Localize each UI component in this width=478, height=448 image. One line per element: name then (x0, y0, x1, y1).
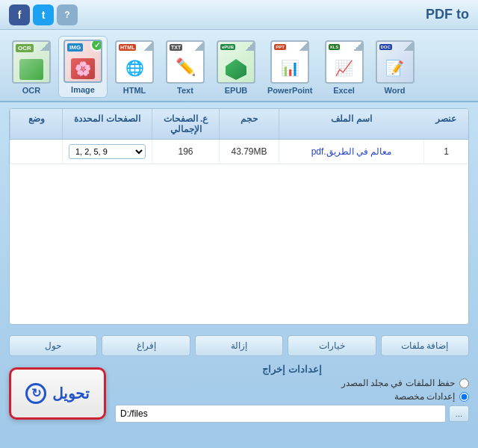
radio-custom-label[interactable]: إعدادات مخصصة (394, 391, 455, 402)
help-button[interactable]: ? (57, 4, 78, 25)
table-header: عنصر اسم الملف حجم ع. الصفحات الإجمالي ا… (10, 109, 468, 140)
ocr-icon: OCR (12, 40, 51, 84)
ppt-icon: PPT 📊 (270, 40, 309, 84)
col-total-pages: ع. الصفحات الإجمالي (152, 109, 219, 139)
col-mode: وضع (10, 109, 62, 139)
text-label: Text (177, 86, 193, 95)
toolbar-item-powerpoint[interactable]: PPT 📊 PowerPoint (263, 37, 317, 98)
app-header: PDF to f t ? (0, 0, 478, 30)
doc-icon: DOC 📝 (376, 40, 415, 84)
custom-settings-row: إعدادات مخصصة (115, 391, 469, 402)
radio-source-label[interactable]: حفظ الملفات في مجلد المصدر (341, 378, 455, 388)
app-title: PDF to (426, 7, 469, 22)
ocr-label: OCR (22, 86, 40, 95)
table-row[interactable]: 1 معالم في الطريق.pdf 43.79MB 196 1, 2, … (10, 140, 468, 164)
row-filename: معالم في الطريق.pdf (279, 140, 423, 164)
col-selected-pages: الصفحات المحددة (62, 109, 152, 139)
row-total-pages: 196 (152, 140, 219, 164)
row-size: 43.79MB (219, 140, 279, 164)
social-icons: f t ? (9, 4, 78, 25)
convert-icon-glyph: ↻ (31, 386, 41, 400)
browse-button[interactable]: ... (449, 405, 469, 422)
file-table: عنصر اسم الملف حجم ع. الصفحات الإجمالي ا… (9, 108, 469, 325)
html-label: HTML (123, 86, 146, 95)
toolbar-item-text[interactable]: TXT ✏️ Text (161, 37, 209, 98)
row-selected-pages[interactable]: 1, 2, 5, 9 (62, 140, 152, 164)
add-files-button[interactable]: إضافة ملفات (381, 335, 469, 356)
word-label: Word (385, 86, 406, 95)
row-mode (10, 140, 62, 164)
output-settings: إعدادات إخراج حفظ الملفات في مجلد المصدر… (115, 364, 469, 423)
toolbar-item-excel[interactable]: XLS 📈 Excel (320, 37, 368, 98)
facebook-button[interactable]: f (9, 4, 30, 25)
convert-button[interactable]: تحويل ↻ (9, 367, 106, 420)
output-area: إعدادات إخراج حفظ الملفات في مجلد المصدر… (0, 361, 478, 426)
toolbar: OCR OCR IMG 🌸 ✓ Image HTML 🌐 HTML TXT ✏️ (0, 30, 478, 102)
col-filename: اسم الملف (279, 109, 423, 139)
col-index: عنصر (423, 109, 468, 139)
output-title: إعدادات إخراج (115, 364, 469, 375)
path-row: ... (115, 405, 469, 423)
active-check-badge: ✓ (90, 40, 102, 52)
twitter-button[interactable]: t (33, 4, 54, 25)
source-folder-row: حفظ الملفات في مجلد المصدر (115, 378, 469, 388)
text-icon: TXT ✏️ (166, 40, 205, 84)
toolbar-item-word[interactable]: DOC 📝 Word (371, 37, 419, 98)
about-button[interactable]: حول (9, 335, 97, 356)
col-size: حجم (219, 109, 279, 139)
path-input[interactable] (115, 405, 446, 423)
convert-label: تحويل (52, 385, 90, 402)
toolbar-item-ocr[interactable]: OCR OCR (7, 37, 55, 98)
toolbar-item-epub[interactable]: ePUB EPUB (212, 37, 260, 98)
convert-icon: ↻ (25, 383, 46, 404)
radio-custom[interactable] (459, 392, 469, 402)
epub-icon: ePUB (217, 40, 255, 84)
image-label: Image (71, 85, 95, 94)
epub-label: EPUB (225, 86, 248, 95)
clear-button[interactable]: إفراغ (102, 335, 190, 356)
row-index: 1 (423, 140, 468, 164)
toolbar-item-image[interactable]: IMG 🌸 ✓ Image (58, 36, 108, 98)
xls-label: Excel (333, 86, 355, 95)
options-button[interactable]: خيارات (288, 335, 376, 356)
action-buttons: إضافة ملفات خيارات إزالة إفراغ حول (0, 331, 478, 361)
toolbar-item-html[interactable]: HTML 🌐 HTML (111, 37, 158, 98)
image-icon: IMG 🌸 ✓ (63, 40, 102, 83)
html-icon: HTML 🌐 (115, 40, 154, 84)
pages-select[interactable]: 1, 2, 5, 9 (69, 144, 146, 159)
remove-button[interactable]: إزالة (195, 335, 283, 356)
ppt-label: PowerPoint (267, 86, 313, 95)
xls-icon: XLS 📈 (325, 40, 364, 84)
radio-source[interactable] (459, 379, 469, 388)
